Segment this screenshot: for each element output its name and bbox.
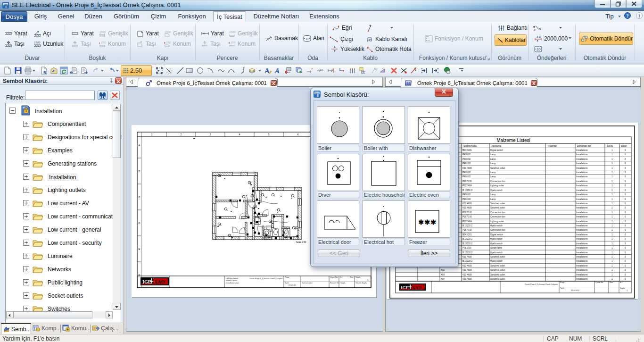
svg-text:Lighting outlet: Lighting outlet	[490, 220, 504, 223]
svg-text:.: .	[547, 193, 547, 196]
svg-text:Installations: Installations	[576, 184, 588, 187]
svg-text:1: 1	[611, 193, 613, 196]
svg-text:1: 1	[611, 242, 613, 245]
svg-text:0: 0	[625, 149, 626, 151]
svg-text:P222 404: P222 404	[462, 184, 472, 187]
svg-text:XAO: XAO	[412, 285, 421, 290]
svg-text:.: .	[547, 211, 547, 214]
svg-text:5: 5	[268, 133, 269, 136]
svg-text:0: 0	[625, 216, 626, 218]
svg-text:.: .	[547, 184, 547, 187]
svg-text:0: 0	[625, 260, 626, 262]
svg-text:Switch lamp: Switch lamp	[490, 247, 502, 249]
svg-text:Lamp: Lamp	[490, 193, 496, 196]
svg-text:Sayfa: Sayfa	[355, 276, 361, 278]
svg-text:.: .	[547, 265, 547, 267]
svg-text:0: 0	[625, 225, 626, 227]
svg-text:Installations: Installations	[576, 189, 588, 192]
svg-text:Installations: Installations	[576, 202, 588, 205]
svg-text:1: 1	[611, 175, 613, 178]
svg-text:H.I.: H.I.	[620, 281, 623, 284]
svg-text:Installations: Installations	[576, 278, 588, 280]
svg-text:X02: X02	[441, 269, 445, 271]
svg-text:.: .	[547, 234, 547, 236]
svg-text:1: 1	[611, 238, 613, 240]
svg-text:Çizim No.: Çizim No.	[330, 276, 338, 278]
svg-text:Sayfa: Sayfa	[620, 287, 625, 289]
svg-text:Installation plan: Installation plan	[226, 282, 239, 284]
svg-text:1500: 1500	[165, 31, 171, 33]
svg-text:.: .	[547, 278, 547, 280]
svg-text:P400 02: P400 02	[462, 193, 471, 196]
svg-text:B 10220 2: B 10220 2	[462, 260, 472, 262]
svg-text:Installations: Installations	[576, 162, 588, 165]
svg-text:C: C	[139, 196, 140, 199]
svg-text:.: .	[547, 202, 547, 205]
svg-text:Hyalo switch: Hyalo switch	[490, 189, 503, 192]
svg-text:0: 0	[625, 153, 626, 156]
svg-text:Switched outlet: Switched outlet	[490, 274, 505, 276]
svg-text:Doküman tipi: Doküman tipi	[577, 144, 591, 147]
svg-text:0: 0	[625, 229, 626, 231]
svg-text:P2670 00: P2670 00	[462, 211, 472, 214]
svg-text:0: 0	[625, 158, 626, 160]
svg-text:Rev.: Rev.	[350, 276, 354, 278]
svg-text:Installations: Installations	[576, 180, 588, 183]
svg-text:0: 0	[625, 171, 626, 174]
svg-text:i: i	[639, 13, 640, 18]
svg-text:Connection box: Connection box	[490, 180, 506, 183]
svg-text:1.: 1.	[367, 279, 369, 281]
svg-text:0: 0	[625, 175, 626, 178]
svg-text:1: 1	[611, 158, 613, 160]
svg-text:Kontrol eden: Kontrol eden	[302, 282, 313, 284]
svg-text:Installations: Installations	[576, 171, 588, 174]
svg-text:.: .	[418, 274, 419, 276]
svg-text:Tedarikçi: Tedarikçi	[547, 144, 557, 147]
svg-text:1.: 1.	[627, 289, 628, 292]
svg-text:4: 4	[239, 133, 240, 136]
svg-text:P222 404: P222 404	[462, 220, 472, 223]
svg-text:K33 4606: K33 4606	[462, 202, 472, 205]
svg-text:Installations: Installations	[576, 251, 588, 254]
svg-text:B 10220 2: B 10220 2	[462, 189, 472, 192]
svg-text:Installations: Installations	[576, 256, 588, 258]
svg-text:.: .	[547, 274, 547, 276]
svg-text:0: 0	[625, 238, 626, 240]
svg-text:.: .	[396, 269, 397, 271]
svg-text:2: 2	[180, 133, 182, 136]
svg-text:0: 0	[625, 189, 626, 192]
svg-text:1: 1	[151, 133, 152, 136]
svg-text:Installations: Installations	[576, 274, 588, 276]
svg-text:Switched outlet: Switched outlet	[490, 278, 505, 280]
svg-text:Sayfa: Sayfa	[340, 282, 346, 284]
svg-text:0: 0	[625, 193, 626, 196]
svg-text:K33 4606: K33 4606	[462, 274, 472, 276]
svg-text:D: D	[139, 222, 140, 225]
svg-text:Installations: Installations	[576, 149, 588, 151]
svg-text:Installations: Installations	[576, 198, 588, 200]
svg-text:.: .	[547, 175, 547, 178]
svg-text:B 10220 2: B 10220 2	[462, 225, 472, 227]
svg-text:B043 201: B043 201	[462, 234, 472, 236]
svg-text:1: 1	[611, 265, 613, 267]
svg-text:W: W	[375, 68, 378, 71]
svg-text:P2670 00: P2670 00	[462, 229, 472, 231]
svg-text:0: 0	[625, 211, 626, 214]
svg-text:Lamp: Lamp	[490, 153, 496, 156]
svg-text:Switched outlet: Switched outlet	[490, 167, 505, 169]
svg-text:1: 1	[611, 225, 613, 227]
svg-text:K33 4606: K33 4606	[462, 265, 472, 267]
svg-text:.: .	[547, 167, 547, 169]
svg-text:.: .	[547, 225, 547, 227]
svg-text:Konum Yeri: Konum Yeri	[330, 282, 340, 284]
svg-text:Çizim No.: Çizim No.	[595, 281, 603, 284]
svg-text:1: 1	[611, 153, 613, 156]
svg-text:.: .	[418, 269, 419, 271]
svg-text:1: 1	[611, 202, 613, 205]
svg-text:Lighting outlet: Lighting outlet	[490, 184, 504, 187]
svg-text:Installations: Installations	[576, 207, 588, 209]
svg-text:K33 4606: K33 4606	[462, 207, 472, 209]
svg-text:Installations: Installations	[576, 220, 588, 223]
svg-text:K33 4606: K33 4606	[462, 167, 472, 169]
svg-text:Installations: Installations	[576, 260, 588, 262]
